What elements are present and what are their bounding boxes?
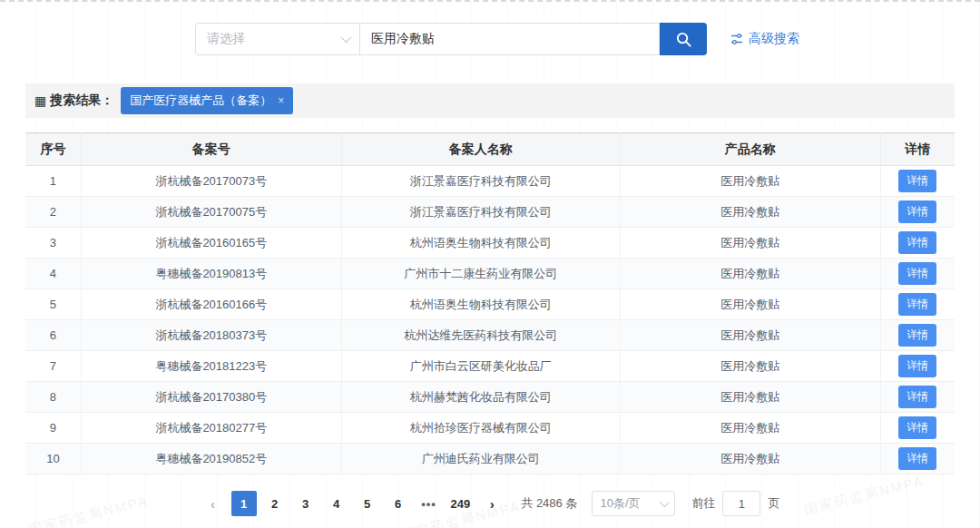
table-row: 4粤穗械备20190813号广州市十二康生药业有限公司医用冷敷贴详情 <box>25 259 955 289</box>
registrant-name: 杭州达维先医药科技有限公司 <box>341 320 620 351</box>
top-dashed-divider <box>0 0 980 2</box>
row-index: 8 <box>25 382 81 413</box>
category-select-placeholder: 请选择 <box>207 31 245 47</box>
record-number: 浙杭械备20170073号 <box>81 166 341 197</box>
next-page-icon[interactable]: › <box>479 491 505 516</box>
header-product: 产品名称 <box>620 133 880 166</box>
registrant-name: 杭州拾珍医疗器械有限公司 <box>341 413 620 444</box>
filter-tag-label: 国产医疗器械产品（备案） <box>130 93 271 109</box>
results-table: 序号 备案号 备案人名称 产品名称 详情 1浙杭械备20170073号浙江景嘉医… <box>25 132 955 474</box>
table-body: 1浙杭械备20170073号浙江景嘉医疗科技有限公司医用冷敷贴详情2浙杭械备20… <box>25 166 955 474</box>
page-button[interactable]: 5 <box>355 491 380 516</box>
detail-button[interactable]: 详情 <box>898 262 936 285</box>
page-button[interactable]: 6 <box>386 491 411 516</box>
registrant-name: 浙江景嘉医疗科技有限公司 <box>341 197 620 228</box>
chevron-down-icon <box>660 497 670 507</box>
detail-button[interactable]: 详情 <box>898 447 936 470</box>
pagination: ‹ 123456 ••• 249 › 共 2486 条 10条/页 前往 页 <box>0 491 980 516</box>
table-row: 6浙杭械备20180373号杭州达维先医药科技有限公司医用冷敷贴详情 <box>25 320 955 351</box>
row-index: 5 <box>25 289 81 320</box>
product-name: 医用冷敷贴 <box>620 228 880 259</box>
row-index: 10 <box>25 444 81 474</box>
registrant-name: 杭州赫梵茜化妆品有限公司 <box>341 382 620 413</box>
product-name: 医用冷敷贴 <box>620 289 880 320</box>
goto-prefix-label: 前往 <box>691 495 715 512</box>
registrant-name: 杭州语奥生物科技有限公司 <box>341 289 620 320</box>
detail-button[interactable]: 详情 <box>898 416 936 439</box>
category-select[interactable]: 请选择 <box>195 23 360 55</box>
product-name: 医用冷敷贴 <box>620 166 880 197</box>
product-name: 医用冷敷贴 <box>620 320 880 351</box>
filter-tag: 国产医疗器械产品（备案） × <box>121 87 293 114</box>
header-record-number: 备案号 <box>81 133 341 166</box>
advanced-search-label: 高级搜索 <box>749 31 799 47</box>
detail-button[interactable]: 详情 <box>898 355 936 377</box>
total-count-label: 共 2486 条 <box>521 495 577 512</box>
chevron-down-icon <box>341 33 351 43</box>
row-index: 9 <box>25 413 81 444</box>
page-button[interactable]: 2 <box>262 491 288 516</box>
product-name: 医用冷敷贴 <box>620 444 880 474</box>
page-size-select[interactable]: 10条/页 <box>592 491 675 516</box>
product-name: 医用冷敷贴 <box>620 259 880 289</box>
header-index: 序号 <box>25 133 81 166</box>
page-button[interactable]: 3 <box>293 491 318 516</box>
record-number: 粤穗械备20190813号 <box>81 259 341 289</box>
tag-close-icon[interactable]: × <box>278 95 284 106</box>
table-row: 10粤穗械备20190852号广州迪氏药业有限公司医用冷敷贴详情 <box>25 444 955 474</box>
product-name: 医用冷敷贴 <box>620 382 880 413</box>
search-button[interactable] <box>660 23 707 55</box>
table-row: 5浙杭械备20160166号杭州语奥生物科技有限公司医用冷敷贴详情 <box>25 289 955 320</box>
filter-sliders-icon <box>730 33 743 45</box>
table-header-row: 序号 备案号 备案人名称 产品名称 详情 <box>25 133 955 166</box>
header-detail: 详情 <box>880 133 955 166</box>
detail-button[interactable]: 详情 <box>898 324 936 347</box>
record-number: 浙杭械备20180373号 <box>81 320 341 351</box>
detail-button[interactable]: 详情 <box>898 386 936 408</box>
registrant-name: 广州迪氏药业有限公司 <box>341 444 620 474</box>
table-row: 7粤穗械备20181223号广州市白云区研美化妆品厂医用冷敷贴详情 <box>25 351 955 382</box>
goto-page-input[interactable] <box>722 491 760 516</box>
record-number: 浙杭械备20160165号 <box>81 228 341 259</box>
last-page-button[interactable]: 249 <box>447 491 475 516</box>
table-row: 8浙杭械备20170380号杭州赫梵茜化妆品有限公司医用冷敷贴详情 <box>25 382 955 413</box>
page-button[interactable]: 4 <box>324 491 349 516</box>
row-index: 4 <box>25 259 81 289</box>
product-name: 医用冷敷贴 <box>620 413 880 444</box>
detail-button[interactable]: 详情 <box>898 170 936 192</box>
table-row: 9浙杭械备20180277号杭州拾珍医疗器械有限公司医用冷敷贴详情 <box>25 413 955 444</box>
more-pages-ellipsis[interactable]: ••• <box>416 491 442 516</box>
row-index: 2 <box>25 197 81 228</box>
goto-page: 前往 页 <box>691 491 779 516</box>
detail-button[interactable]: 详情 <box>898 293 936 316</box>
row-index: 6 <box>25 320 81 351</box>
record-number: 浙杭械备20160166号 <box>81 289 341 320</box>
page-button[interactable]: 1 <box>231 491 257 516</box>
record-number: 浙杭械备20180277号 <box>81 413 341 444</box>
record-number: 浙杭械备20170075号 <box>81 197 341 228</box>
table-row: 3浙杭械备20160165号杭州语奥生物科技有限公司医用冷敷贴详情 <box>25 228 955 259</box>
detail-button[interactable]: 详情 <box>898 231 936 254</box>
record-number: 粤穗械备20181223号 <box>81 351 341 382</box>
advanced-search-link[interactable]: 高级搜索 <box>730 31 799 47</box>
registrant-name: 广州市白云区研美化妆品厂 <box>341 351 620 382</box>
row-index: 7 <box>25 351 81 382</box>
goto-suffix-label: 页 <box>768 495 779 512</box>
search-input[interactable] <box>360 23 660 55</box>
page-size-value: 10条/页 <box>600 495 640 512</box>
row-index: 1 <box>25 166 81 197</box>
product-name: 医用冷敷贴 <box>620 351 880 382</box>
registrant-name: 浙江景嘉医疗科技有限公司 <box>341 166 620 197</box>
prev-page-icon[interactable]: ‹ <box>201 491 226 516</box>
table-row: 1浙杭械备20170073号浙江景嘉医疗科技有限公司医用冷敷贴详情 <box>25 166 955 197</box>
record-number: 浙杭械备20170380号 <box>81 382 341 413</box>
page-buttons: 123456 <box>231 491 411 516</box>
search-icon <box>675 31 692 48</box>
record-number: 粤穗械备20190852号 <box>81 444 341 474</box>
detail-button[interactable]: 详情 <box>898 200 936 223</box>
search-bar: 请选择 高级搜索 <box>195 22 980 56</box>
row-index: 3 <box>25 228 81 259</box>
results-label: 搜索结果： <box>50 93 113 109</box>
results-bar: ▦ 搜索结果： 国产医疗器械产品（备案） × <box>25 83 955 118</box>
table-row: 2浙杭械备20170075号浙江景嘉医疗科技有限公司医用冷敷贴详情 <box>25 197 955 228</box>
